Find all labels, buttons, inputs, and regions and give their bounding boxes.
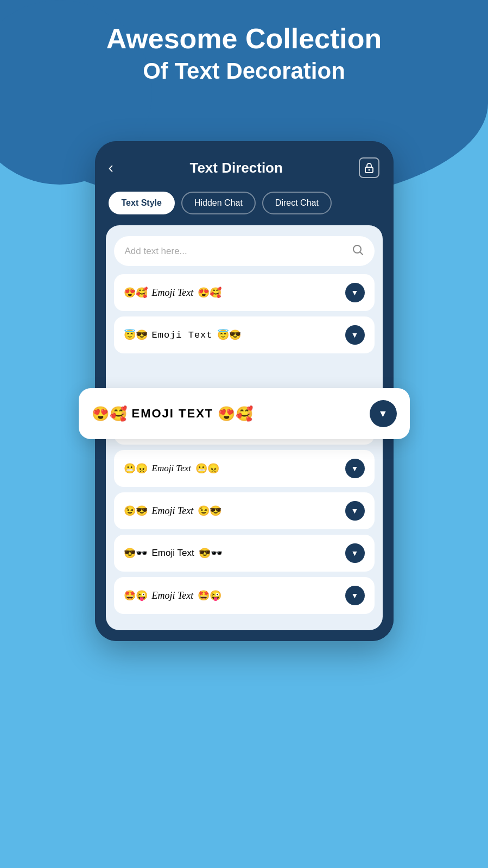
list-item[interactable]: 🤩😜 Emoji Text 🤩😜 ▼ — [114, 577, 375, 614]
phone-header: ‹ Text Direction — [106, 157, 383, 178]
style-text: Emoji Text — [152, 505, 194, 517]
back-button[interactable]: ‹ — [109, 159, 113, 176]
list-item[interactable]: 😇😎 Emoji Text 😇😎 ▼ — [114, 316, 375, 353]
header-title-line2: Of Text Decoration — [0, 58, 488, 84]
dropdown-button[interactable]: ▼ — [345, 501, 365, 521]
phone-container: ‹ Text Direction Text Style Hidden Chat … — [95, 141, 394, 641]
tabs-row: Text Style Hidden Chat Direct Chat — [106, 192, 383, 214]
expanded-style-item[interactable]: 😍🥰 EMOJI TEXT 😍🥰 ▼ — [95, 388, 394, 439]
expanded-prefix-emojis: 😍🥰 — [95, 406, 128, 422]
svg-line-3 — [360, 252, 363, 255]
suffix-emojis: 😬😠 — [195, 462, 219, 474]
style-item-content: 😉😎 Emoji Text 😉😎 — [124, 505, 222, 517]
prefix-emojis: 😬😠 — [124, 462, 148, 474]
expanded-suffix-emojis: 😍🥰 — [218, 406, 253, 422]
style-text: Emoji Text — [152, 548, 194, 559]
style-item-content: 😎🕶️ Emoji Text 😎🕶️ — [124, 547, 223, 559]
style-text: Emoji Text — [152, 463, 192, 474]
prefix-emojis: 😍🥰 — [124, 287, 148, 299]
prefix-emojis: 😇😎 — [124, 329, 148, 341]
expanded-item-content: 😍🥰 EMOJI TEXT 😍🥰 — [95, 406, 254, 422]
suffix-emojis: 😇😎 — [217, 329, 241, 341]
dropdown-button[interactable]: ▼ — [345, 586, 365, 605]
header-section: Awesome Collection Of Text Decoration — [0, 22, 488, 84]
prefix-emojis: 😉😎 — [124, 505, 148, 517]
lock-icon[interactable] — [359, 157, 379, 178]
style-item-content: 😬😠 Emoji Text 😬😠 — [124, 462, 220, 474]
suffix-emojis: 😉😎 — [198, 505, 221, 517]
tab-hidden-chat[interactable]: Hidden Chat — [181, 192, 256, 214]
expanded-dropdown-button[interactable]: ▼ — [370, 400, 394, 427]
expanded-style-text: EMOJI TEXT — [132, 407, 214, 421]
suffix-emojis: 🤩😜 — [198, 590, 221, 601]
search-bar[interactable]: Add text here... — [114, 236, 375, 266]
phone-title: Text Direction — [189, 160, 282, 176]
dropdown-button[interactable]: ▼ — [345, 543, 365, 563]
list-item[interactable]: 😬😠 Emoji Text 😬😠 ▼ — [114, 450, 375, 487]
suffix-emojis: 😍🥰 — [198, 287, 221, 299]
tab-text-style[interactable]: Text Style — [109, 192, 175, 214]
style-item-content: 😍🥰 Emoji Text 😍🥰 — [124, 287, 222, 299]
search-icon — [352, 244, 364, 258]
suffix-emojis: 😎🕶️ — [199, 547, 223, 559]
tab-direct-chat[interactable]: Direct Chat — [262, 192, 332, 214]
list-item[interactable]: 😉😎 Emoji Text 😉😎 ▼ — [114, 492, 375, 529]
style-text: Emoji Text — [152, 287, 194, 299]
prefix-emojis: 🤩😜 — [124, 590, 148, 601]
dropdown-button[interactable]: ▼ — [345, 283, 365, 302]
style-text: Emoji Text — [152, 590, 194, 601]
dropdown-button[interactable]: ▼ — [345, 459, 365, 478]
style-item-content: 😇😎 Emoji Text 😇😎 — [124, 329, 241, 341]
search-placeholder: Add text here... — [125, 246, 187, 257]
dropdown-button[interactable]: ▼ — [345, 325, 365, 345]
list-item[interactable]: 😎🕶️ Emoji Text 😎🕶️ ▼ — [114, 535, 375, 572]
header-title-line1: Awesome Collection — [0, 22, 488, 55]
phone-inner: ‹ Text Direction Text Style Hidden Chat … — [95, 141, 394, 641]
prefix-emojis: 😎🕶️ — [124, 547, 148, 559]
style-item-content: 🤩😜 Emoji Text 🤩😜 — [124, 590, 222, 601]
svg-point-1 — [369, 169, 370, 171]
style-text: Emoji Text — [152, 330, 213, 340]
list-item[interactable]: 😍🥰 Emoji Text 😍🥰 ▼ — [114, 274, 375, 311]
